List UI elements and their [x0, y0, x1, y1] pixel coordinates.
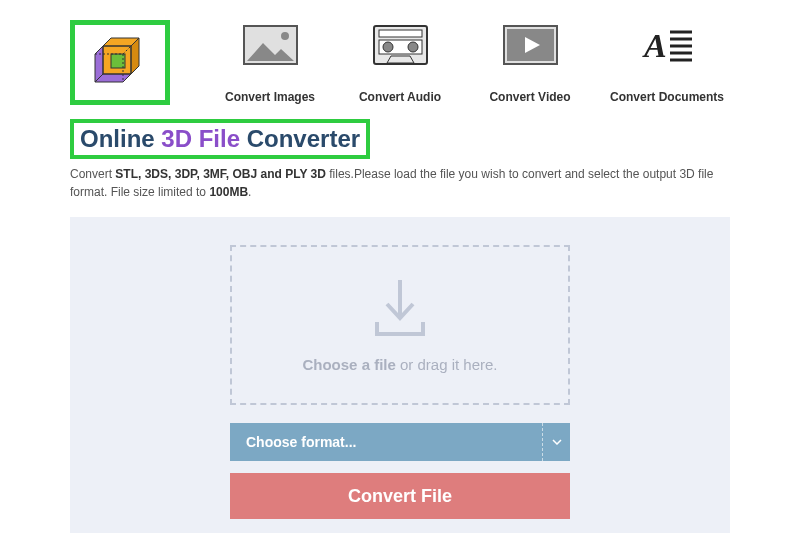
- nav-label: Convert Audio: [359, 90, 441, 104]
- download-arrow-icon: [373, 278, 427, 338]
- page-title-box: Online 3D File Converter: [70, 119, 370, 159]
- svg-point-21: [408, 42, 418, 52]
- nav-label: Convert Documents: [610, 90, 724, 104]
- main-nav: Convert Images Convert Audio: [220, 20, 724, 104]
- nav-convert-audio[interactable]: Convert Audio: [350, 25, 450, 104]
- cassette-icon: [373, 25, 428, 65]
- cube-3d-icon: [89, 32, 151, 94]
- document-text-icon: A: [640, 25, 695, 65]
- format-select-label: Choose format...: [230, 434, 542, 450]
- format-select[interactable]: Choose format...: [230, 423, 570, 461]
- image-icon: [243, 25, 298, 65]
- convert-file-button[interactable]: Convert File: [230, 473, 570, 519]
- chevron-down-icon: [542, 423, 570, 461]
- svg-point-15: [281, 32, 289, 40]
- svg-rect-18: [379, 30, 422, 37]
- video-play-icon: [503, 25, 558, 65]
- svg-rect-5: [111, 54, 125, 68]
- dropzone-label: Choose a file or drag it here.: [302, 356, 497, 373]
- nav-convert-images[interactable]: Convert Images: [220, 25, 320, 104]
- upload-panel: Choose a file or drag it here. Choose fo…: [70, 217, 730, 533]
- nav-convert-video[interactable]: Convert Video: [480, 25, 580, 104]
- svg-text:A: A: [642, 27, 667, 64]
- title-part-3dfile: 3D File: [161, 125, 240, 152]
- logo-3d-cube[interactable]: [70, 20, 170, 105]
- nav-label: Convert Images: [225, 90, 315, 104]
- title-part-online: Online: [80, 125, 155, 152]
- file-dropzone[interactable]: Choose a file or drag it here.: [230, 245, 570, 405]
- svg-point-20: [383, 42, 393, 52]
- nav-convert-documents[interactable]: A Convert Documents: [610, 25, 724, 104]
- subtitle-text: Convert STL, 3DS, 3DP, 3MF, OBJ and PLY …: [70, 165, 730, 201]
- nav-label: Convert Video: [489, 90, 570, 104]
- title-part-converter: Converter: [247, 125, 360, 152]
